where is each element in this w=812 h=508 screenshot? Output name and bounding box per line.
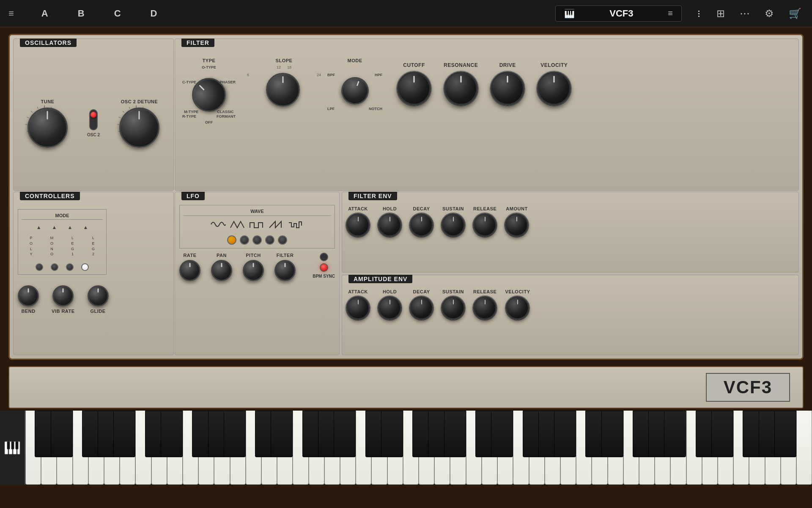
key-black-30[interactable] xyxy=(664,411,686,457)
patch-name-display: VCF3 xyxy=(579,8,664,19)
controllers-title: CONTROLLERS xyxy=(20,192,80,200)
fenv-release-knob[interactable] xyxy=(473,213,497,237)
wave-dot-0[interactable] xyxy=(227,235,236,245)
osc2-detune-group: OSC 2 DETUNE xyxy=(119,99,159,148)
wave-dot-4[interactable] xyxy=(278,235,287,245)
vib-rate-group: VIB RATE xyxy=(52,285,75,314)
mode-dot-leg1[interactable] xyxy=(66,263,74,271)
sliders-icon[interactable]: ⫶ xyxy=(694,6,704,22)
lfo-rate-knob[interactable] xyxy=(179,260,200,281)
aenv-velocity-label: VELOCITY xyxy=(505,289,530,294)
mode-label-lpf: LPF xyxy=(327,107,335,111)
menu-expand-icon[interactable]: ≡ xyxy=(668,8,673,18)
filter-type-group: TYPE O-TYPE C-TYPE PHASER R-TYPE FORMANT… xyxy=(179,58,239,124)
lfo-filter-knob[interactable] xyxy=(274,260,296,281)
sample-hold-icon[interactable] xyxy=(288,219,304,230)
mode-dot-poly[interactable] xyxy=(36,263,43,271)
patch-selector[interactable]: 🎹 VCF3 ≡ xyxy=(555,6,682,22)
key-black-25[interactable] xyxy=(554,411,576,457)
hamburger-icon[interactable]: ≡ xyxy=(8,8,14,19)
slope-val-24: 24 xyxy=(317,73,321,107)
osc2-toggle[interactable] xyxy=(89,109,98,130)
sawtooth-wave-icon[interactable] xyxy=(269,219,285,230)
osc2-detune-knob[interactable] xyxy=(119,108,159,148)
mode-mono-text-n: N xyxy=(50,247,53,251)
settings-icon[interactable]: ⚙ xyxy=(763,6,776,22)
osc2-detune-container xyxy=(119,108,159,148)
key-white-50[interactable] xyxy=(796,411,812,485)
key-black-10[interactable] xyxy=(224,411,246,457)
mode-dot-mono[interactable] xyxy=(51,263,58,271)
filter-velocity-knob[interactable] xyxy=(537,72,571,105)
filter-section: FILTER TYPE O-TYPE C-TYPE PHASER R-TYPE … xyxy=(175,39,799,191)
slope-scale-sides: 6 24 xyxy=(247,73,321,107)
preset-a[interactable]: A xyxy=(35,6,55,21)
wave-dot-3[interactable] xyxy=(265,235,274,245)
fenv-decay-knob[interactable] xyxy=(410,213,433,237)
fenv-hold-knob[interactable] xyxy=(378,213,401,237)
lfo-pan-knob[interactable] xyxy=(211,260,232,281)
triangle-wave-icon[interactable] xyxy=(230,219,246,230)
square-wave-icon[interactable] xyxy=(249,219,265,230)
bpm-sync-button[interactable] xyxy=(320,263,328,272)
preset-b[interactable]: B xyxy=(71,6,91,21)
lfo-pitch-knob[interactable] xyxy=(243,260,264,281)
preset-buttons: A B C D xyxy=(27,6,543,21)
key-black-22[interactable] xyxy=(491,411,513,457)
key-black-32[interactable] xyxy=(711,411,733,457)
filter-env-knobs: ATTACK HOLD DECAY SUSTAIN xyxy=(346,204,794,237)
svg-line-17 xyxy=(123,111,124,113)
preset-d[interactable]: D xyxy=(144,6,164,21)
keyboard-icon[interactable] xyxy=(0,411,25,485)
arrow3: ▲ xyxy=(68,224,73,230)
key-black-7[interactable] xyxy=(161,411,183,457)
tune-knob[interactable] xyxy=(27,108,68,148)
key-black-12[interactable] xyxy=(271,411,293,457)
aenv-release-knob[interactable] xyxy=(473,296,497,320)
bend-knob[interactable] xyxy=(18,285,39,306)
lfo-knobs-area: RATE PAN PITCH FILTER xyxy=(179,253,306,281)
preset-c[interactable]: C xyxy=(108,6,127,21)
svg-line-4 xyxy=(31,111,33,113)
key-black-35[interactable] xyxy=(774,411,796,457)
key-black-2[interactable] xyxy=(51,411,73,457)
router-icon[interactable]: ⋯ xyxy=(738,6,752,22)
cutoff-knob[interactable] xyxy=(397,72,431,105)
wave-dot-2[interactable] xyxy=(252,235,262,245)
resonance-knob[interactable] xyxy=(444,72,478,105)
fenv-attack-knob[interactable] xyxy=(346,213,370,237)
glide-knob[interactable] xyxy=(88,285,109,306)
key-black-5[interactable] xyxy=(113,411,135,457)
arrow1: ▲ xyxy=(36,224,41,230)
aenv-velocity-knob[interactable] xyxy=(506,296,529,320)
cutoff-label: CUTOFF xyxy=(403,62,425,68)
drive-knob[interactable] xyxy=(491,72,524,105)
svg-line-18 xyxy=(129,107,130,109)
key-black-20[interactable] xyxy=(444,411,466,457)
aenv-attack-knob[interactable] xyxy=(346,296,370,320)
mode-leg2-text-g: G xyxy=(92,247,95,251)
fenv-sustain-knob[interactable] xyxy=(442,213,465,237)
fenv-hold-group: HOLD xyxy=(378,206,401,237)
aenv-attack-group: ATTACK xyxy=(346,289,370,320)
grid-icon[interactable]: ⊞ xyxy=(714,6,727,22)
slope-knob[interactable] xyxy=(266,73,300,107)
filter-mode-knob[interactable] xyxy=(337,73,372,108)
aenv-decay-knob[interactable] xyxy=(410,296,433,320)
cart-icon[interactable]: 🛒 xyxy=(787,6,804,22)
tune-label: TUNE xyxy=(41,99,55,104)
svg-line-16 xyxy=(119,117,121,118)
svg-rect-32 xyxy=(16,442,18,449)
key-black-17[interactable] xyxy=(381,411,403,457)
wave-dot-1[interactable] xyxy=(240,235,249,245)
mode-dot-leg2[interactable] xyxy=(81,263,89,271)
mode-poly-text-l: L xyxy=(30,247,32,251)
aenv-hold-knob[interactable] xyxy=(378,296,401,320)
aenv-sustain-knob[interactable] xyxy=(442,296,465,320)
key-black-27[interactable] xyxy=(601,411,623,457)
tune-knob-container xyxy=(27,108,68,148)
fenv-amount-knob[interactable] xyxy=(505,213,528,237)
vib-rate-knob[interactable] xyxy=(52,285,74,306)
sine-wave-icon[interactable] xyxy=(210,219,226,230)
key-black-15[interactable] xyxy=(334,411,356,457)
